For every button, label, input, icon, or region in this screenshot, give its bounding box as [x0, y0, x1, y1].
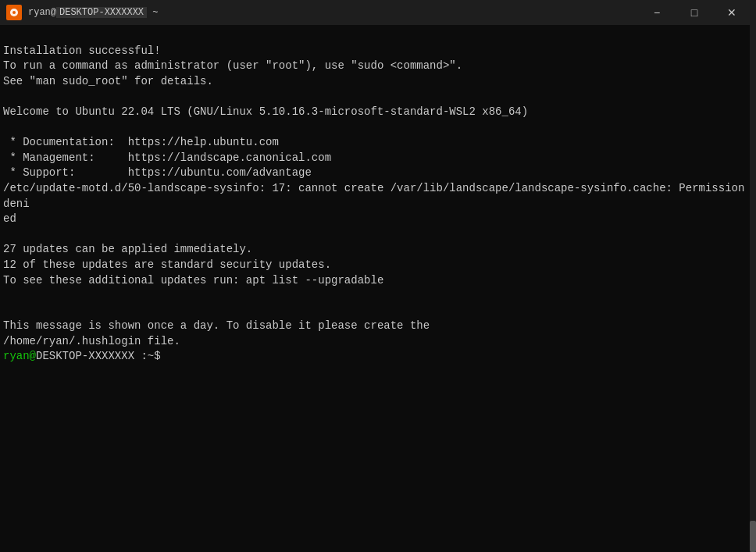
- line-2: To run a command as administrator (user …: [3, 59, 462, 72]
- title-bar-text: ryan@DESKTOP-XXXXXXX ~: [28, 7, 158, 18]
- terminal-output: Installation successful! To run a comman…: [3, 28, 753, 380]
- terminal-body[interactable]: Installation successful! To run a comman…: [0, 25, 756, 552]
- line-9: * Support: https://ubuntu.com/advantage: [3, 166, 312, 179]
- line-8: * Management: https://landscape.canonica…: [3, 151, 331, 164]
- app-icon: [6, 5, 22, 20]
- line-1: Installation successful!: [3, 45, 161, 57]
- line-12: 27 updates can be applied immediately.: [3, 243, 252, 255]
- svg-point-1: [12, 11, 16, 14]
- line-7: * Documentation: https://help.ubuntu.com: [3, 136, 279, 148]
- scrollbar[interactable]: [750, 25, 756, 552]
- minimize-button[interactable]: −: [639, 0, 675, 25]
- title-bar-controls: − □ ✕: [639, 0, 750, 25]
- line-10: /etc/update-motd.d/50-landscape-sysinfo:…: [3, 182, 751, 210]
- prompt-line: ryan@DESKTOP-XXXXXXX :~$: [3, 350, 167, 362]
- maximize-button[interactable]: □: [676, 0, 712, 25]
- line-10b: ed: [3, 212, 16, 225]
- line-14: To see these additional updates run: apt…: [3, 274, 383, 287]
- title-bar: ryan@DESKTOP-XXXXXXX ~ − □ ✕: [0, 0, 756, 25]
- prompt-user: ryan@: [3, 350, 36, 362]
- title-bar-left: ryan@DESKTOP-XXXXXXX ~: [6, 5, 158, 20]
- line-3: See "man sudo_root" for details.: [3, 75, 213, 87]
- scrollbar-thumb[interactable]: [750, 521, 756, 552]
- line-17: This message is shown once a day. To dis…: [3, 319, 430, 332]
- line-13: 12 of these updates are standard securit…: [3, 258, 331, 271]
- prompt-hostname: DESKTOP-XXXXXXX: [36, 350, 134, 362]
- window: ryan@DESKTOP-XXXXXXX ~ − □ ✕ Installatio…: [0, 0, 756, 552]
- prompt-path: :~$: [134, 350, 161, 362]
- close-button[interactable]: ✕: [714, 0, 750, 25]
- line-5: Welcome to Ubuntu 22.04 LTS (GNU/Linux 5…: [3, 105, 528, 118]
- line-18: /home/ryan/.hushlogin file.: [3, 335, 180, 347]
